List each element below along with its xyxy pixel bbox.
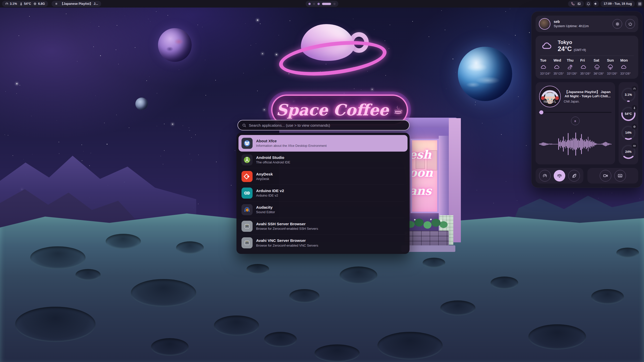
workspace-dot-2[interactable]	[313, 3, 315, 5]
disk-icon	[632, 143, 637, 149]
star	[215, 80, 216, 80]
star	[344, 93, 344, 94]
visualizer-bar	[559, 142, 560, 147]
cpu-usage: 3.1%	[10, 2, 17, 6]
forecast-day: Tue	[540, 58, 553, 62]
cpu-temp: 54°C	[24, 2, 31, 6]
star	[157, 126, 157, 126]
desktop: esh oon ans Space Coffee ☕ 3.1% 54°C 6.8…	[0, 0, 644, 362]
app-row-anydesk[interactable]: AnyDeskAnyDesk	[238, 168, 408, 185]
screenshot-button[interactable]	[614, 170, 626, 182]
settings-button[interactable]	[613, 19, 622, 29]
star	[518, 96, 519, 97]
cloud-icon	[540, 40, 554, 52]
now-playing-pill[interactable]: 【Japanese Playlist】 J...	[52, 1, 101, 7]
workspace-dot-4[interactable]	[322, 3, 331, 5]
play-pause-button[interactable]	[571, 117, 580, 125]
avatar[interactable]	[539, 18, 550, 30]
star	[206, 95, 206, 96]
crater	[616, 248, 639, 258]
power-button[interactable]	[625, 19, 635, 29]
star	[116, 50, 116, 50]
visualizer-bar	[553, 144, 554, 145]
seek-knob[interactable]	[539, 110, 543, 114]
visualizer-bar	[581, 134, 582, 154]
visualizer-bar	[576, 139, 577, 150]
star	[179, 70, 179, 70]
crater	[106, 234, 141, 249]
app-row-avahi-ssh-server-browser[interactable]: Avahi SSH Server BrowserBrowse for Zeroc…	[238, 218, 408, 235]
app-row-arduino-ide-v2[interactable]: Arduino IDE v2Arduino IDE v2	[238, 185, 408, 201]
star	[429, 36, 429, 37]
audacity-icon	[242, 204, 253, 215]
app-row-avahi-vnc-server-browser[interactable]: Avahi VNC Server BrowserBrowse for Zeroc…	[238, 235, 408, 251]
visualizer-bar	[568, 133, 569, 155]
workspace-dot-1[interactable]	[308, 3, 311, 5]
music-player-card: TOKYO L 【Japanese Playlist】 Japan All Ni…	[536, 82, 615, 164]
image-icon[interactable]	[577, 2, 581, 6]
visualizer-bar	[567, 140, 568, 148]
bright-star	[257, 20, 258, 21]
system-uptime: System Uptime: 4h11m	[554, 24, 609, 28]
crater	[528, 324, 586, 349]
app-row-about-xfce[interactable]: About XfceInformation about the Xfce Des…	[238, 135, 408, 152]
gauge-chip: 14%	[621, 125, 636, 141]
visualizer-bar	[548, 144, 548, 145]
star	[164, 124, 165, 124]
star	[354, 88, 354, 89]
notifications-button[interactable]	[585, 1, 591, 7]
coffee-cup-glyph: ☕	[393, 104, 403, 116]
leaf-button[interactable]	[568, 170, 580, 182]
gauge-button[interactable]	[539, 170, 551, 182]
visualizer-bar	[562, 141, 563, 148]
phone-icon[interactable]	[571, 2, 575, 6]
visualizer-bar	[586, 139, 587, 149]
video-button[interactable]	[600, 170, 611, 182]
app-grid-button[interactable]	[636, 1, 643, 7]
visualizer-bar	[578, 140, 579, 149]
system-stats-pill[interactable]: 3.1% 54°C 6.8G	[2, 1, 48, 7]
star	[107, 144, 107, 145]
star	[100, 55, 101, 56]
thermometer-icon	[19, 2, 23, 6]
star	[19, 35, 19, 36]
star	[90, 22, 91, 23]
app-title: Avahi SSH Server Browser	[256, 221, 318, 226]
star	[23, 159, 24, 159]
visualizer-bar	[577, 140, 578, 148]
crater	[340, 266, 377, 284]
app-row-audacity[interactable]: AudacitySound Editor	[238, 201, 408, 218]
visualizer-bar	[580, 138, 581, 150]
visualizer-bar	[569, 140, 570, 148]
clock[interactable]: 17:09 - Tue, 19 Aug	[600, 1, 635, 7]
visualizer-bar	[560, 140, 561, 148]
forecast-temps: 36°/26°	[594, 72, 607, 75]
workspace-dot-3[interactable]	[317, 3, 320, 5]
purple-planet	[158, 28, 192, 62]
chip-icon	[632, 124, 637, 129]
star	[16, 93, 17, 94]
seek-slider[interactable]	[539, 110, 612, 114]
scales-button[interactable]	[554, 170, 565, 182]
star	[493, 203, 494, 203]
star	[612, 193, 612, 193]
visualizer-bar	[557, 144, 558, 145]
crater	[30, 246, 86, 269]
forecast-tue: Tue33°/24°	[540, 58, 553, 75]
star	[116, 115, 117, 115]
visualizer-bar	[565, 140, 566, 149]
workspace-dot-5[interactable]	[333, 3, 336, 5]
app-row-android-studio[interactable]: Android StudioThe official Android IDE	[238, 152, 408, 168]
visualizer-bar	[584, 140, 585, 148]
visualizer-bar	[579, 141, 580, 148]
volume-button[interactable]	[593, 1, 599, 7]
star	[66, 14, 66, 14]
search-input[interactable]	[249, 123, 405, 127]
thermometer-icon	[632, 105, 637, 111]
star	[367, 71, 368, 72]
forecast-day: Sat	[594, 58, 607, 62]
coffee-shop-window: esh oon ans	[411, 139, 439, 213]
star	[59, 153, 59, 154]
visualizer-bar	[556, 144, 557, 145]
star	[389, 48, 389, 49]
